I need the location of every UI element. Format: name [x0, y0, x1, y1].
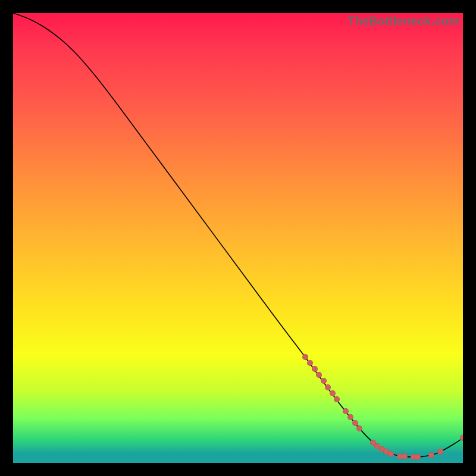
line-curve [13, 13, 463, 463]
plot-area: TheBottleneck.com [13, 13, 463, 463]
data-marker [356, 425, 362, 431]
data-marker [352, 420, 358, 426]
data-marker [330, 390, 336, 396]
data-marker [334, 396, 340, 402]
data-marker [347, 414, 353, 420]
chart-stage: TheBottleneck.com [0, 0, 476, 476]
bottleneck-curve-path [13, 13, 463, 457]
data-marker [312, 366, 318, 372]
data-marker [316, 372, 322, 378]
data-marker [388, 451, 394, 457]
